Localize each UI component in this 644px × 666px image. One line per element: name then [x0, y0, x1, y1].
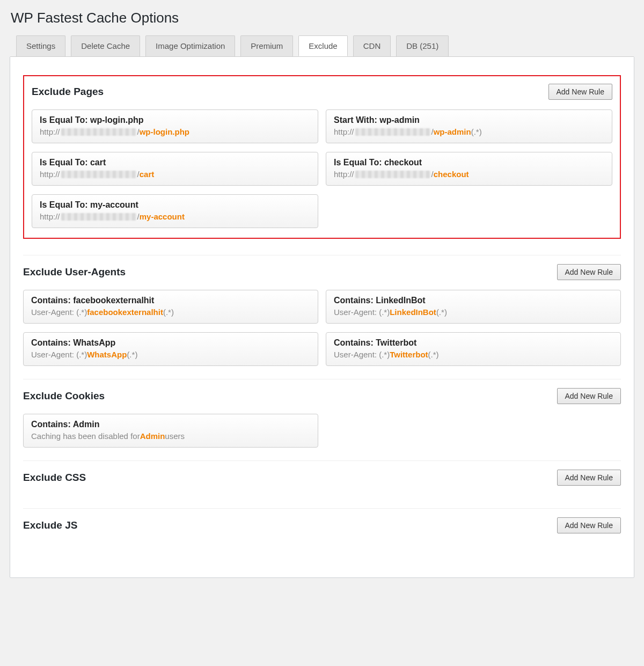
rule-exclude-user-agents-1-title: Contains: LinkedInBot — [334, 296, 613, 305]
rule-exclude-user-agents-0[interactable]: Contains: facebookexternalhitUser-Agent:… — [23, 290, 318, 324]
rule-exclude-pages-3-subtitle: http:///checkout — [334, 170, 604, 179]
add-new-rule-button-exclude-js[interactable]: Add New Rule — [557, 517, 621, 533]
rule-exclude-user-agents-1[interactable]: Contains: LinkedInBotUser-Agent: (.*)Lin… — [326, 290, 621, 324]
rule-exclude-pages-0-title: Is Equal To: wp-login.php — [40, 115, 310, 125]
rule-exclude-pages-4[interactable]: Is Equal To: my-accounthttp:///my-accoun… — [32, 194, 318, 228]
add-new-rule-button-exclude-cookies[interactable]: Add New Rule — [557, 388, 621, 404]
tab-bar: SettingsDelete CacheImage OptimizationPr… — [10, 35, 634, 56]
section-exclude-user-agents: Exclude User-AgentsAdd New RuleContains:… — [23, 255, 621, 379]
rule-exclude-user-agents-3-title: Contains: Twitterbot — [334, 338, 613, 348]
section-exclude-js-title: Exclude JS — [23, 519, 77, 531]
section-exclude-cookies-head: Exclude CookiesAdd New Rule — [23, 388, 621, 404]
section-exclude-css-title: Exclude CSS — [23, 472, 86, 484]
add-new-rule-button-exclude-user-agents[interactable]: Add New Rule — [557, 264, 621, 280]
rule-exclude-user-agents-2[interactable]: Contains: WhatsAppUser-Agent: (.*)WhatsA… — [23, 332, 318, 366]
section-exclude-cookies-rules: Contains: AdminCaching has been disabled… — [23, 414, 621, 448]
main-panel: Exclude PagesAdd New RuleIs Equal To: wp… — [10, 56, 634, 578]
rule-exclude-pages-1[interactable]: Start With: wp-adminhttp:///wp-admin(.*) — [326, 109, 612, 143]
rule-exclude-pages-1-title: Start With: wp-admin — [334, 115, 604, 125]
rule-exclude-cookies-0[interactable]: Contains: AdminCaching has been disabled… — [23, 414, 318, 448]
rule-exclude-cookies-0-title: Contains: Admin — [31, 420, 310, 429]
rule-exclude-pages-2[interactable]: Is Equal To: carthttp:///cart — [32, 152, 318, 186]
page-title: WP Fastest Cache Options — [11, 10, 634, 26]
tab-body: Exclude PagesAdd New RuleIs Equal To: wp… — [10, 56, 634, 577]
section-exclude-pages-title: Exclude Pages — [32, 86, 104, 98]
rule-exclude-pages-2-title: Is Equal To: cart — [40, 158, 310, 167]
section-exclude-css-head: Exclude CSSAdd New Rule — [23, 470, 621, 486]
tab-image-optimization[interactable]: Image Optimization — [145, 35, 235, 56]
section-exclude-pages: Exclude PagesAdd New RuleIs Equal To: wp… — [23, 67, 621, 255]
rule-exclude-cookies-0-subtitle: Caching has been disabled for Admin user… — [31, 431, 310, 441]
section-exclude-user-agents-head: Exclude User-AgentsAdd New Rule — [23, 264, 621, 280]
section-exclude-js-head: Exclude JSAdd New Rule — [23, 517, 621, 533]
tab-db-251-[interactable]: DB (251) — [396, 35, 449, 56]
rule-exclude-user-agents-1-subtitle: User-Agent: (.*)LinkedInBot(.*) — [334, 308, 613, 317]
tab-cdn[interactable]: CDN — [353, 35, 391, 56]
tab-delete-cache[interactable]: Delete Cache — [71, 35, 140, 56]
rule-exclude-pages-3-title: Is Equal To: checkout — [334, 158, 604, 167]
tab-premium[interactable]: Premium — [240, 35, 293, 56]
section-exclude-js: Exclude JSAdd New Rule — [23, 509, 621, 556]
section-exclude-pages-rules: Is Equal To: wp-login.phphttp:///wp-logi… — [32, 109, 612, 228]
rule-exclude-user-agents-2-subtitle: User-Agent: (.*)WhatsApp(.*) — [31, 350, 310, 359]
rule-exclude-user-agents-0-subtitle: User-Agent: (.*)facebookexternalhit(.*) — [31, 308, 310, 317]
rule-exclude-user-agents-0-title: Contains: facebookexternalhit — [31, 296, 310, 305]
rule-exclude-pages-3[interactable]: Is Equal To: checkouthttp:///checkout — [326, 152, 612, 186]
section-exclude-cookies-title: Exclude Cookies — [23, 390, 105, 402]
rule-exclude-user-agents-3[interactable]: Contains: TwitterbotUser-Agent: (.*)Twit… — [326, 332, 621, 366]
add-new-rule-button-exclude-pages[interactable]: Add New Rule — [548, 84, 613, 100]
rule-exclude-user-agents-3-subtitle: User-Agent: (.*)Twitterbot(.*) — [334, 350, 613, 359]
rule-exclude-pages-1-subtitle: http:///wp-admin(.*) — [334, 127, 604, 136]
rule-exclude-pages-0[interactable]: Is Equal To: wp-login.phphttp:///wp-logi… — [32, 109, 318, 143]
rule-exclude-pages-4-title: Is Equal To: my-account — [40, 200, 310, 210]
section-exclude-cookies: Exclude CookiesAdd New RuleContains: Adm… — [23, 379, 621, 461]
section-exclude-pages-highlight: Exclude PagesAdd New RuleIs Equal To: wp… — [23, 75, 621, 239]
add-new-rule-button-exclude-css[interactable]: Add New Rule — [557, 470, 621, 486]
tab-exclude[interactable]: Exclude — [298, 35, 347, 56]
rule-exclude-pages-0-subtitle: http:///wp-login.php — [40, 127, 310, 136]
section-exclude-pages-head: Exclude PagesAdd New Rule — [32, 84, 612, 100]
rule-exclude-user-agents-2-title: Contains: WhatsApp — [31, 338, 310, 348]
section-exclude-user-agents-rules: Contains: facebookexternalhitUser-Agent:… — [23, 290, 621, 366]
rule-exclude-pages-2-subtitle: http:///cart — [40, 170, 310, 179]
section-exclude-css: Exclude CSSAdd New Rule — [23, 461, 621, 509]
tab-settings[interactable]: Settings — [16, 35, 65, 56]
section-exclude-user-agents-title: Exclude User-Agents — [23, 266, 126, 278]
rule-exclude-pages-4-subtitle: http:///my-account — [40, 212, 310, 221]
